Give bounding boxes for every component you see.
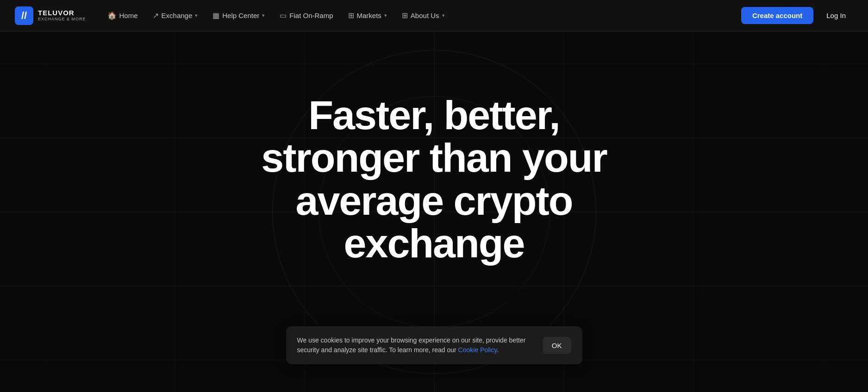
logo[interactable]: // TELUVOR EXCHANGE & MORE — [15, 6, 86, 25]
nav-label-fiat-on-ramp: Fiat On-Ramp — [289, 12, 333, 19]
nav-label-exchange: Exchange — [162, 12, 193, 19]
cookie-banner: We use cookies to improve your browsing … — [286, 326, 582, 364]
nav-item-help-center[interactable]: ▦ Help Center ▾ — [206, 7, 271, 24]
help-center-icon: ▦ — [212, 11, 219, 20]
logo-icon: // — [15, 6, 33, 25]
cookie-text: We use cookies to improve your browsing … — [297, 336, 531, 355]
fiat-on-ramp-icon: ▭ — [280, 11, 287, 20]
about-us-icon: ⊞ — [402, 11, 408, 20]
nav-item-fiat-on-ramp[interactable]: ▭ Fiat On-Ramp — [273, 7, 339, 24]
hero-title-line2: stronger than your — [261, 135, 606, 180]
nav-label-home: Home — [119, 12, 138, 19]
hero-title-line3: average crypto — [295, 178, 572, 224]
cookie-text-after-link: . — [497, 346, 499, 354]
chevron-down-icon: ▾ — [195, 12, 198, 19]
exchange-icon: ↗ — [153, 11, 159, 20]
nav-item-exchange[interactable]: ↗ Exchange ▾ — [146, 7, 205, 24]
brand-sub: EXCHANGE & MORE — [38, 17, 86, 22]
nav-item-markets[interactable]: ⊞ Markets ▾ — [342, 7, 393, 24]
chevron-down-icon: ▾ — [384, 12, 387, 19]
nav-item-home[interactable]: 🏠 Home — [101, 7, 144, 24]
create-account-button[interactable]: Create account — [741, 7, 813, 24]
chevron-down-icon: ▾ — [262, 12, 265, 19]
brand-name: TELUVOR — [38, 9, 86, 17]
nav-label-help-center: Help Center — [222, 12, 259, 19]
nav-links: 🏠 Home ↗ Exchange ▾ ▦ Help Center ▾ ▭ Fi… — [101, 7, 741, 24]
hero-content: Faster, better, stronger than your avera… — [252, 75, 616, 348]
hero-title-line1: Faster, better, — [308, 92, 559, 138]
hero-title-line4: exchange — [344, 220, 525, 266]
navbar: // TELUVOR EXCHANGE & MORE 🏠 Home ↗ Exch… — [0, 0, 868, 31]
home-icon: 🏠 — [107, 11, 117, 20]
cookie-ok-button[interactable]: OK — [543, 337, 571, 354]
hero-section: Faster, better, stronger than your avera… — [0, 31, 868, 392]
chevron-down-icon: ▾ — [442, 12, 445, 19]
nav-actions: Create account Log In — [741, 7, 853, 24]
nav-label-about-us: About Us — [411, 12, 439, 19]
nav-label-markets: Markets — [357, 12, 381, 19]
hero-title: Faster, better, stronger than your avera… — [261, 94, 606, 265]
login-button[interactable]: Log In — [819, 7, 853, 24]
logo-text: TELUVOR EXCHANGE & MORE — [38, 9, 86, 21]
markets-icon: ⊞ — [348, 11, 354, 20]
nav-item-about-us[interactable]: ⊞ About Us ▾ — [395, 7, 451, 24]
cookie-policy-link[interactable]: Cookie Policy — [458, 346, 497, 354]
